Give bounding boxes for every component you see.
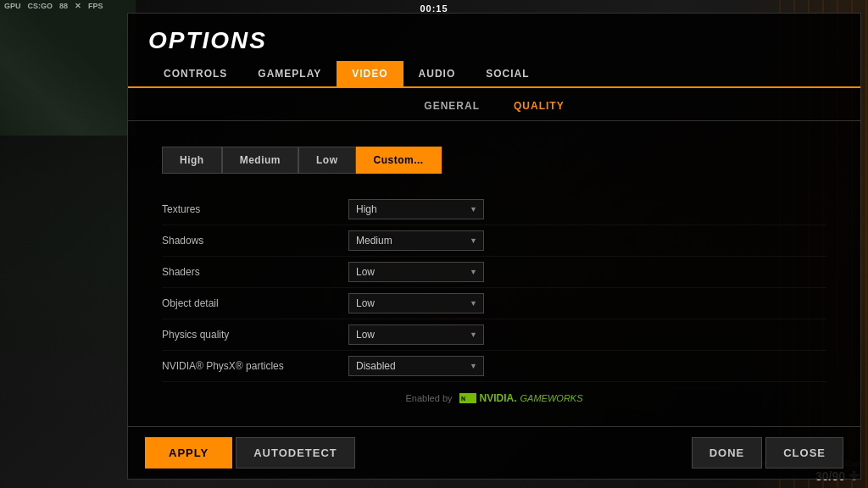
minimap-bg (0, 0, 136, 136)
setting-row-shaders: Shaders Low Medium High (162, 257, 826, 288)
label-nvidia-physx: NVIDIA® PhysX® particles (162, 360, 348, 372)
preset-high[interactable]: High (162, 147, 222, 174)
nav-tabs: CONTROLS GAMEPLAY VIDEO AUDIO SOCIAL (128, 61, 860, 88)
fps-value: 88 (59, 2, 68, 10)
select-nvidia-physx[interactable]: Disabled Enabled (348, 356, 484, 376)
apply-button[interactable]: APPLY (145, 437, 232, 469)
select-textures[interactable]: High Medium Low Very High (348, 199, 484, 219)
select-wrapper-object-detail: Low Medium High (348, 293, 484, 313)
nvidia-eye-icon: N (459, 393, 476, 403)
setting-row-shadows: Shadows Low Medium High Very High (162, 225, 826, 257)
preset-medium[interactable]: Medium (222, 147, 298, 174)
sub-tabs: GENERAL QUALITY (128, 88, 860, 121)
setting-row-object-detail: Object detail Low Medium High (162, 288, 826, 319)
preset-buttons: High Medium Low Custom... (162, 147, 826, 174)
select-object-detail[interactable]: Low Medium High (348, 293, 484, 313)
fps-label: FPS (88, 2, 103, 10)
tab-video[interactable]: VIDEO (337, 61, 403, 86)
tab-gameplay[interactable]: GAMEPLAY (242, 61, 337, 86)
subtab-general[interactable]: GENERAL (424, 97, 480, 115)
x-icon: ✕ (75, 2, 81, 10)
select-shaders[interactable]: Low Medium High (348, 262, 484, 282)
preset-low[interactable]: Low (298, 147, 356, 174)
settings-table: Textures High Medium Low Very High Shado… (162, 194, 826, 382)
autodetect-button[interactable]: AUTODETECT (236, 437, 355, 469)
nvidia-brand-text: NVIDIA. (480, 392, 517, 404)
select-wrapper-shaders: Low Medium High (348, 262, 484, 282)
bottom-bar: APPLY AUTODETECT DONE CLOSE (128, 426, 860, 479)
tab-audio[interactable]: AUDIO (403, 61, 471, 86)
gpu-icon: GPU (4, 2, 21, 10)
label-shaders: Shaders (162, 266, 348, 278)
preset-custom[interactable]: Custom... (356, 147, 442, 174)
select-physics-quality[interactable]: Low Medium High (348, 324, 484, 345)
setting-row-physics-quality: Physics quality Low Medium High (162, 319, 826, 351)
nvidia-branding: Enabled by N NVIDIA. GAMEWORKS (162, 385, 826, 411)
enabled-by-text: Enabled by (405, 393, 452, 403)
label-physics-quality: Physics quality (162, 329, 348, 341)
done-button[interactable]: DONE (692, 437, 763, 469)
csgo-icon: CS:GO (28, 2, 53, 10)
label-textures: Textures (162, 203, 348, 215)
content-area: High Medium Low Custom... Textures High … (128, 121, 860, 426)
hud-top-left: GPU CS:GO 88 ✕ FPS (4, 2, 103, 10)
tab-controls[interactable]: CONTROLS (148, 61, 242, 86)
options-title: OPTIONS (128, 14, 860, 61)
select-wrapper-nvidia-physx: Disabled Enabled (348, 356, 484, 376)
select-wrapper-textures: High Medium Low Very High (348, 199, 484, 219)
bottom-left-buttons: APPLY AUTODETECT (145, 437, 355, 469)
select-wrapper-physics-quality: Low Medium High (348, 324, 484, 345)
label-object-detail: Object detail (162, 297, 348, 309)
nvidia-logo: N NVIDIA. GAMEWORKS (459, 392, 583, 404)
svg-text:N: N (461, 396, 465, 402)
setting-row-textures: Textures High Medium Low Very High (162, 194, 826, 225)
select-wrapper-shadows: Low Medium High Very High (348, 230, 484, 251)
select-shadows[interactable]: Low Medium High Very High (348, 230, 484, 251)
close-button[interactable]: CLOSE (765, 437, 843, 469)
bottom-right-buttons: DONE CLOSE (692, 437, 843, 469)
label-shadows: Shadows (162, 235, 348, 247)
tab-social[interactable]: SOCIAL (470, 61, 544, 86)
gameworks-text: GAMEWORKS (520, 393, 583, 403)
setting-row-nvidia-physx: NVIDIA® PhysX® particles Disabled Enable… (162, 351, 826, 382)
subtab-quality[interactable]: QUALITY (514, 97, 565, 115)
options-panel: OPTIONS CONTROLS GAMEPLAY VIDEO AUDIO SO… (127, 13, 861, 480)
